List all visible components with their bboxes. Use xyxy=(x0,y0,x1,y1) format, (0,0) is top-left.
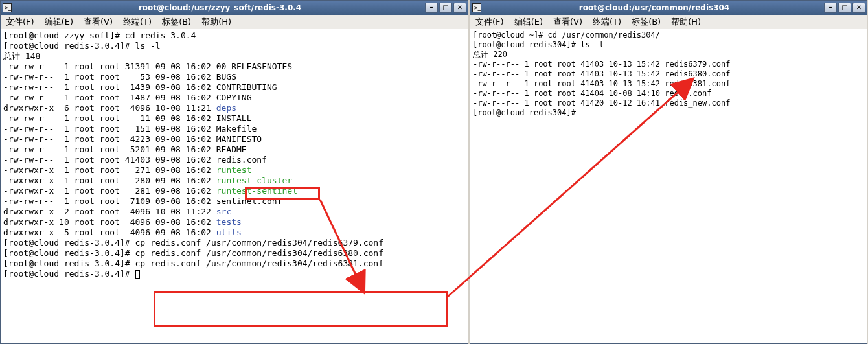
terminal-line: 总计 220 xyxy=(473,50,864,60)
terminal-icon: >_ xyxy=(472,3,482,13)
maximize-button[interactable]: □ xyxy=(439,3,452,13)
terminal-line: [root@cloud redis-3.0.4]# cp redis.conf … xyxy=(3,258,465,269)
titlebar-left[interactable]: >_ root@cloud:/usr/zzyy_soft/redis-3.0.4… xyxy=(1,1,468,15)
terminal-output-right[interactable]: [root@cloud ~]# cd /usr/common/redis304/… xyxy=(470,29,867,343)
window-controls: – □ ✕ xyxy=(425,3,466,13)
menu-edit[interactable]: 编辑(E) xyxy=(42,15,76,29)
terminal-output-left[interactable]: [root@cloud zzyy_soft]# cd redis-3.0.4[r… xyxy=(1,29,468,343)
menubar-right: 文件(F) 编辑(E) 查看(V) 终端(T) 标签(B) 帮助(H) xyxy=(470,15,867,29)
window-title: root@cloud:/usr/zzyy_soft/redis-3.0.4 xyxy=(15,3,425,12)
terminal-line: [root@cloud ~]# cd /usr/common/redis304/ xyxy=(473,30,864,40)
cursor xyxy=(135,270,140,279)
terminal-line: drwxrwxr-x 10 root root 4096 09-08 16:02… xyxy=(3,217,465,227)
terminal-line: -rw-rw-r-- 1 root root 4223 09-08 16:02 … xyxy=(3,134,465,144)
menu-terminal[interactable]: 终端(T) xyxy=(590,15,624,29)
svg-text:>_: >_ xyxy=(5,5,12,11)
terminal-line: -rw-rw-r-- 1 root root 5201 09-08 16:02 … xyxy=(3,144,465,155)
minimize-button[interactable]: – xyxy=(824,3,837,13)
menu-tabs[interactable]: 标签(B) xyxy=(629,15,663,29)
terminal-line: -rwxrwxr-x 1 root root 271 09-08 16:02 r… xyxy=(3,165,465,176)
terminal-line: [root@cloud redis304]# xyxy=(473,108,864,118)
close-button[interactable]: ✕ xyxy=(453,3,466,13)
terminal-line: -rw-rw-r-- 1 root root 1487 09-08 16:02 … xyxy=(3,93,465,103)
titlebar-right[interactable]: >_ root@cloud:/usr/common/redis304 – □ ✕ xyxy=(470,1,867,15)
svg-text:>_: >_ xyxy=(474,5,481,11)
terminal-line: -rw-rw-r-- 1 root root 41403 09-08 16:02… xyxy=(3,155,465,165)
terminal-line: -rw-rw-r-- 1 root root 53 09-08 16:02 BU… xyxy=(3,72,465,82)
menu-view[interactable]: 查看(V) xyxy=(551,15,585,29)
terminal-line: -rw-rw-r-- 1 root root 1439 09-08 16:02 … xyxy=(3,82,465,93)
terminal-line: 总计 148 xyxy=(3,51,465,62)
terminal-window-right: >_ root@cloud:/usr/common/redis304 – □ ✕… xyxy=(470,0,867,344)
terminal-line: [root@cloud redis-3.0.4]# ls -l xyxy=(3,41,465,51)
menu-terminal[interactable]: 终端(T) xyxy=(120,15,154,29)
terminal-line: drwxrwxr-x 2 root root 4096 10-08 11:22 … xyxy=(3,207,465,217)
terminal-line: drwxrwxr-x 6 root root 4096 10-08 11:21 … xyxy=(3,103,465,113)
terminal-line: -rw-rw-r-- 1 root root 31391 09-08 16:02… xyxy=(3,62,465,72)
menu-file[interactable]: 文件(F) xyxy=(473,15,507,29)
terminal-line: -rwxrwxr-x 1 root root 280 09-08 16:02 r… xyxy=(3,176,465,186)
terminal-line: -rw-r--r-- 1 root root 41403 10-13 15:42… xyxy=(473,60,864,69)
terminal-line: [root@cloud redis-3.0.4]# xyxy=(3,269,465,279)
menu-edit[interactable]: 编辑(E) xyxy=(512,15,545,29)
menu-help[interactable]: 帮助(H) xyxy=(199,15,234,29)
terminal-line: [root@cloud zzyy_soft]# cd redis-3.0.4 xyxy=(3,30,465,41)
terminal-line: -rw-r--r-- 1 root root 41403 10-13 15:42… xyxy=(473,79,864,89)
terminal-line: -rwxrwxr-x 1 root root 281 09-08 16:02 r… xyxy=(3,186,465,196)
menu-help[interactable]: 帮助(H) xyxy=(668,15,703,29)
terminal-window-left: >_ root@cloud:/usr/zzyy_soft/redis-3.0.4… xyxy=(0,0,468,344)
menu-view[interactable]: 查看(V) xyxy=(81,15,115,29)
window-controls: – □ ✕ xyxy=(824,3,865,13)
minimize-button[interactable]: – xyxy=(425,3,438,13)
terminal-line: -rw-rw-r-- 1 root root 151 09-08 16:02 M… xyxy=(3,124,465,134)
terminal-line: [root@cloud redis-3.0.4]# cp redis.conf … xyxy=(3,238,465,248)
terminal-line: -rw-r--r-- 1 root root 41420 10-12 16:41… xyxy=(473,98,864,108)
terminal-line: drwxrwxr-x 5 root root 4096 09-08 16:02 … xyxy=(3,227,465,238)
close-button[interactable]: ✕ xyxy=(852,3,865,13)
terminal-line: -rw-r--r-- 1 root root 41403 10-13 15:42… xyxy=(473,69,864,79)
terminal-line: [root@cloud redis304]# ls -l xyxy=(473,40,864,50)
maximize-button[interactable]: □ xyxy=(838,3,851,13)
menubar-left: 文件(F) 编辑(E) 查看(V) 终端(T) 标签(B) 帮助(H) xyxy=(1,15,468,29)
terminal-icon: >_ xyxy=(2,3,12,13)
window-title: root@cloud:/usr/common/redis304 xyxy=(485,3,824,12)
terminal-line: -rw-r--r-- 1 root root 41404 10-08 14:10… xyxy=(473,89,864,98)
menu-tabs[interactable]: 标签(B) xyxy=(159,15,194,29)
terminal-line: -rw-rw-r-- 1 root root 11 09-08 16:02 IN… xyxy=(3,113,465,124)
terminal-line: [root@cloud redis-3.0.4]# cp redis.conf … xyxy=(3,248,465,258)
menu-file[interactable]: 文件(F) xyxy=(3,15,37,29)
terminal-line: -rw-rw-r-- 1 root root 7109 09-08 16:02 … xyxy=(3,196,465,207)
